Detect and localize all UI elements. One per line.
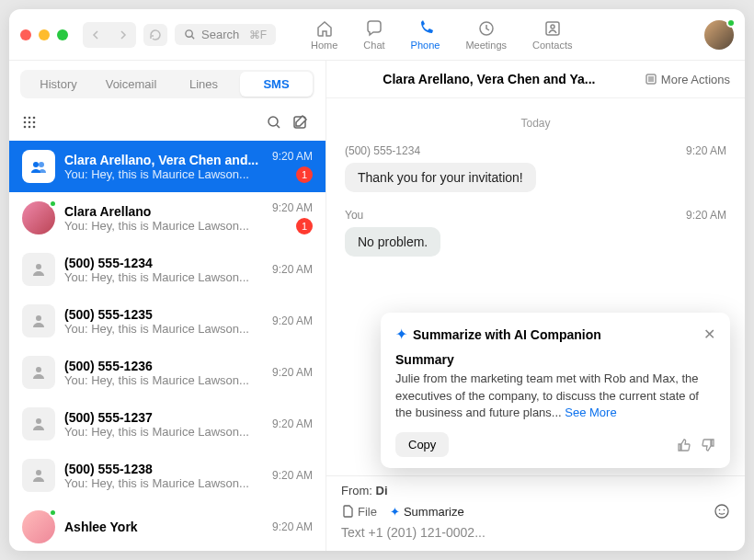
svg-point-25 bbox=[724, 509, 725, 511]
emoji-button[interactable] bbox=[714, 503, 730, 520]
forward-button[interactable] bbox=[110, 24, 134, 46]
phone-icon bbox=[417, 19, 435, 38]
message-input[interactable]: Text +1 (201) 121-0002... bbox=[341, 525, 730, 540]
message-sender: You bbox=[345, 209, 363, 222]
see-more-link[interactable]: See More bbox=[565, 406, 616, 419]
refresh-button[interactable] bbox=[143, 24, 167, 46]
conversation-title: (500) 555-1238 bbox=[64, 462, 263, 476]
clock-icon bbox=[477, 19, 496, 38]
conversation-avatar bbox=[22, 407, 55, 440]
conversation-row[interactable]: Clara ArellanoYou: Hey, this is Maurice … bbox=[9, 192, 326, 244]
svg-point-15 bbox=[33, 162, 39, 167]
conversation-time: 9:20 AM bbox=[272, 314, 313, 327]
summary-body: Julie from the marketing team met with R… bbox=[395, 371, 715, 421]
search-box[interactable]: Search ⌘F bbox=[175, 24, 276, 45]
nav-chat[interactable]: Chat bbox=[363, 19, 384, 51]
conversation-avatar bbox=[22, 201, 55, 234]
main-nav: Home Chat Phone Meetings Contacts bbox=[311, 19, 572, 51]
copy-button[interactable]: Copy bbox=[395, 432, 449, 457]
svg-point-12 bbox=[33, 126, 36, 129]
nav-home[interactable]: Home bbox=[311, 19, 337, 51]
history-nav bbox=[83, 22, 136, 48]
window-controls bbox=[20, 29, 68, 40]
user-avatar[interactable] bbox=[704, 20, 734, 50]
from-line[interactable]: From: Di bbox=[341, 484, 730, 497]
content: History Voicemail Lines SMS Clara Arella… bbox=[9, 61, 745, 551]
conversation-row[interactable]: (500) 555-1236You: Hey, this is Maurice … bbox=[9, 347, 326, 398]
sparkle-icon: ✦ bbox=[390, 505, 400, 519]
conversation-title: Ashlee York bbox=[64, 520, 263, 534]
back-button[interactable] bbox=[85, 24, 109, 46]
conversation-row[interactable]: (500) 555-1238You: Hey, this is Maurice … bbox=[9, 450, 326, 501]
sidebar: History Voicemail Lines SMS Clara Arella… bbox=[9, 61, 326, 551]
conversation-preview: You: Hey, this is Maurice Lawson... bbox=[64, 167, 263, 181]
conversation-pane: Clara Arellano, Vera Chen and Ya... More… bbox=[326, 61, 745, 551]
svg-point-10 bbox=[24, 126, 27, 129]
conversation-row[interactable]: Ashlee York9:20 AM bbox=[9, 501, 326, 551]
conversation-title: Clara Arellano, Vera Chen and... bbox=[64, 153, 263, 167]
conversation-avatar bbox=[22, 304, 55, 337]
conversation-header: Clara Arellano, Vera Chen and Ya... More… bbox=[326, 61, 745, 98]
conversation-avatar bbox=[22, 356, 55, 389]
svg-point-20 bbox=[36, 418, 41, 424]
thumbs-up-icon[interactable] bbox=[677, 438, 691, 452]
thumbs-down-icon[interactable] bbox=[701, 438, 715, 452]
tab-sms[interactable]: SMS bbox=[240, 72, 313, 97]
tab-voicemail[interactable]: Voicemail bbox=[95, 72, 167, 97]
conversation-preview: You: Hey, this is Maurice Lawson... bbox=[64, 425, 263, 439]
message-bubble: No problem. bbox=[345, 227, 440, 257]
conversation-row[interactable]: (500) 555-1234You: Hey, this is Maurice … bbox=[9, 244, 326, 295]
dialpad-icon[interactable] bbox=[22, 115, 37, 130]
conversation-time: 9:20 AM bbox=[272, 469, 313, 482]
message-group: You9:20 AMNo problem. bbox=[345, 209, 726, 257]
sidebar-tabs: History Voicemail Lines SMS bbox=[20, 70, 314, 98]
close-window[interactable] bbox=[20, 29, 31, 40]
message-sender: (500) 555-1234 bbox=[345, 144, 420, 157]
conversation-time: 9:20 AM bbox=[272, 417, 313, 430]
message-time: 9:20 AM bbox=[686, 209, 726, 222]
maximize-window[interactable] bbox=[57, 29, 68, 40]
conversation-title: (500) 555-1235 bbox=[64, 307, 263, 322]
unread-badge: 1 bbox=[296, 218, 313, 234]
file-icon bbox=[341, 505, 354, 518]
conversation-title: (500) 555-1237 bbox=[64, 410, 263, 425]
conversation-row[interactable]: Clara Arellano, Vera Chen and...You: Hey… bbox=[9, 141, 326, 192]
unread-badge: 1 bbox=[296, 166, 313, 183]
compose-button[interactable] bbox=[287, 109, 313, 135]
svg-point-21 bbox=[36, 470, 41, 475]
presence-indicator bbox=[726, 18, 736, 28]
titlebar: Search ⌘F Home Chat Phone Meetings C bbox=[9, 9, 745, 61]
conversation-avatar bbox=[22, 459, 55, 492]
svg-point-8 bbox=[29, 121, 31, 124]
nav-phone[interactable]: Phone bbox=[411, 19, 440, 51]
chat-icon bbox=[365, 19, 383, 38]
minimize-window[interactable] bbox=[39, 29, 50, 40]
svg-point-3 bbox=[551, 25, 554, 29]
conversation-preview: You: Hey, this is Maurice Lawson... bbox=[64, 270, 263, 284]
conversation-row[interactable]: (500) 555-1235You: Hey, this is Maurice … bbox=[9, 295, 326, 347]
tab-lines[interactable]: Lines bbox=[167, 72, 240, 97]
conversation-list: Clara Arellano, Vera Chen and...You: Hey… bbox=[9, 141, 326, 551]
search-conversations-button[interactable] bbox=[261, 109, 287, 135]
sidebar-toolbar bbox=[9, 104, 326, 141]
tab-history[interactable]: History bbox=[22, 72, 95, 97]
conversation-preview: You: Hey, this is Maurice Lawson... bbox=[64, 476, 263, 490]
nav-meetings[interactable]: Meetings bbox=[465, 19, 507, 51]
summarize-button[interactable]: ✦ Summarize bbox=[390, 505, 464, 519]
summary-heading: Summary bbox=[395, 352, 715, 367]
composer-toolbar: File ✦ Summarize bbox=[341, 503, 730, 520]
svg-point-4 bbox=[24, 117, 27, 120]
sparkle-icon: ✦ bbox=[395, 326, 407, 343]
more-actions-button[interactable]: More Actions bbox=[645, 73, 730, 86]
presence-indicator bbox=[49, 509, 57, 517]
close-icon[interactable]: ✕ bbox=[703, 326, 715, 343]
conversation-row[interactable]: (500) 555-1237You: Hey, this is Maurice … bbox=[9, 398, 326, 450]
svg-point-17 bbox=[36, 264, 41, 269]
nav-contacts[interactable]: Contacts bbox=[532, 19, 572, 51]
conversation-time: 9:20 AM bbox=[272, 201, 313, 214]
svg-point-5 bbox=[29, 117, 31, 120]
conversation-title: Clara Arellano, Vera Chen and Ya... bbox=[341, 72, 637, 86]
presence-indicator bbox=[49, 200, 57, 208]
attach-file-button[interactable]: File bbox=[341, 505, 377, 519]
svg-point-19 bbox=[36, 367, 41, 372]
